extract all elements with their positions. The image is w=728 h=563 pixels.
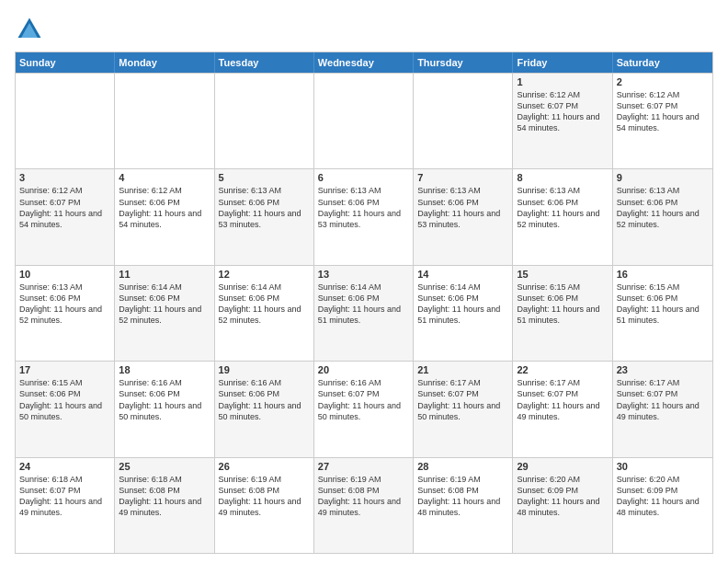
- cal-week-3: 10Sunrise: 6:13 AM Sunset: 6:06 PM Dayli…: [16, 265, 712, 361]
- cal-header-tuesday: Tuesday: [215, 52, 314, 73]
- day-number: 22: [517, 364, 608, 375]
- day-number: 28: [417, 461, 508, 472]
- day-number: 10: [19, 269, 110, 280]
- cal-cell-17: 17Sunrise: 6:15 AM Sunset: 6:06 PM Dayli…: [16, 362, 115, 456]
- day-info: Sunrise: 6:14 AM Sunset: 6:06 PM Dayligh…: [417, 282, 508, 327]
- day-number: 18: [119, 364, 210, 375]
- cal-cell-30: 30Sunrise: 6:20 AM Sunset: 6:09 PM Dayli…: [613, 458, 712, 553]
- cal-cell-16: 16Sunrise: 6:15 AM Sunset: 6:06 PM Dayli…: [613, 266, 712, 361]
- cal-cell-28: 28Sunrise: 6:19 AM Sunset: 6:08 PM Dayli…: [414, 458, 513, 553]
- day-info: Sunrise: 6:15 AM Sunset: 6:06 PM Dayligh…: [617, 282, 709, 327]
- day-info: Sunrise: 6:20 AM Sunset: 6:09 PM Dayligh…: [517, 474, 608, 519]
- day-number: 14: [417, 269, 508, 280]
- cal-cell-15: 15Sunrise: 6:15 AM Sunset: 6:06 PM Dayli…: [513, 266, 612, 361]
- cal-cell-29: 29Sunrise: 6:20 AM Sunset: 6:09 PM Dayli…: [513, 458, 612, 553]
- cal-header-friday: Friday: [513, 52, 612, 73]
- day-info: Sunrise: 6:14 AM Sunset: 6:06 PM Dayligh…: [219, 282, 310, 327]
- logo-icon: [15, 15, 44, 44]
- cal-cell-27: 27Sunrise: 6:19 AM Sunset: 6:08 PM Dayli…: [314, 458, 414, 553]
- cal-header-saturday: Saturday: [613, 52, 712, 73]
- day-info: Sunrise: 6:13 AM Sunset: 6:06 PM Dayligh…: [318, 185, 409, 230]
- cal-cell-5: 5Sunrise: 6:13 AM Sunset: 6:06 PM Daylig…: [215, 169, 314, 264]
- day-number: 2: [617, 76, 709, 87]
- cal-week-4: 17Sunrise: 6:15 AM Sunset: 6:06 PM Dayli…: [16, 361, 712, 456]
- day-info: Sunrise: 6:16 AM Sunset: 6:06 PM Dayligh…: [119, 377, 210, 422]
- day-info: Sunrise: 6:19 AM Sunset: 6:08 PM Dayligh…: [318, 474, 409, 519]
- cal-week-1: 1Sunrise: 6:12 AM Sunset: 6:07 PM Daylig…: [16, 73, 712, 168]
- day-number: 6: [318, 172, 409, 183]
- day-info: Sunrise: 6:13 AM Sunset: 6:06 PM Dayligh…: [219, 185, 310, 230]
- day-info: Sunrise: 6:12 AM Sunset: 6:07 PM Dayligh…: [617, 89, 709, 134]
- day-info: Sunrise: 6:15 AM Sunset: 6:06 PM Dayligh…: [19, 377, 110, 422]
- cal-cell-4: 4Sunrise: 6:12 AM Sunset: 6:06 PM Daylig…: [115, 169, 214, 264]
- logo: [15, 15, 48, 44]
- day-number: 25: [119, 461, 210, 472]
- cal-header-wednesday: Wednesday: [314, 52, 414, 73]
- cal-cell-9: 9Sunrise: 6:13 AM Sunset: 6:06 PM Daylig…: [613, 169, 712, 264]
- day-info: Sunrise: 6:13 AM Sunset: 6:06 PM Dayligh…: [19, 282, 110, 327]
- day-number: 15: [517, 269, 608, 280]
- day-number: 23: [617, 364, 709, 375]
- day-number: 27: [318, 461, 409, 472]
- day-number: 11: [119, 269, 210, 280]
- cal-cell-1: 1Sunrise: 6:12 AM Sunset: 6:07 PM Daylig…: [513, 74, 612, 168]
- cal-cell-24: 24Sunrise: 6:18 AM Sunset: 6:07 PM Dayli…: [16, 458, 115, 553]
- cal-cell-empty-0-1: [115, 74, 214, 168]
- cal-cell-6: 6Sunrise: 6:13 AM Sunset: 6:06 PM Daylig…: [314, 169, 414, 264]
- day-info: Sunrise: 6:19 AM Sunset: 6:08 PM Dayligh…: [219, 474, 310, 519]
- cal-cell-25: 25Sunrise: 6:18 AM Sunset: 6:08 PM Dayli…: [115, 458, 214, 553]
- day-info: Sunrise: 6:16 AM Sunset: 6:06 PM Dayligh…: [219, 377, 310, 422]
- cal-cell-21: 21Sunrise: 6:17 AM Sunset: 6:07 PM Dayli…: [414, 362, 513, 456]
- day-number: 21: [417, 364, 508, 375]
- day-info: Sunrise: 6:13 AM Sunset: 6:06 PM Dayligh…: [417, 185, 508, 230]
- cal-cell-20: 20Sunrise: 6:16 AM Sunset: 6:07 PM Dayli…: [314, 362, 414, 456]
- cal-cell-12: 12Sunrise: 6:14 AM Sunset: 6:06 PM Dayli…: [215, 266, 314, 361]
- cal-cell-14: 14Sunrise: 6:14 AM Sunset: 6:06 PM Dayli…: [414, 266, 513, 361]
- cal-cell-22: 22Sunrise: 6:17 AM Sunset: 6:07 PM Dayli…: [513, 362, 612, 456]
- day-info: Sunrise: 6:14 AM Sunset: 6:06 PM Dayligh…: [119, 282, 210, 327]
- day-info: Sunrise: 6:13 AM Sunset: 6:06 PM Dayligh…: [517, 185, 608, 230]
- day-number: 12: [219, 269, 310, 280]
- day-info: Sunrise: 6:17 AM Sunset: 6:07 PM Dayligh…: [417, 377, 508, 422]
- day-number: 7: [417, 172, 508, 183]
- day-number: 26: [219, 461, 310, 472]
- day-number: 13: [318, 269, 409, 280]
- day-number: 20: [318, 364, 409, 375]
- cal-cell-empty-0-2: [215, 74, 314, 168]
- day-number: 24: [19, 461, 110, 472]
- cal-cell-11: 11Sunrise: 6:14 AM Sunset: 6:06 PM Dayli…: [115, 266, 214, 361]
- cal-cell-empty-0-4: [414, 74, 513, 168]
- day-number: 16: [617, 269, 709, 280]
- day-number: 8: [517, 172, 608, 183]
- day-info: Sunrise: 6:17 AM Sunset: 6:07 PM Dayligh…: [517, 377, 608, 422]
- day-info: Sunrise: 6:13 AM Sunset: 6:06 PM Dayligh…: [617, 185, 709, 230]
- day-info: Sunrise: 6:15 AM Sunset: 6:06 PM Dayligh…: [517, 282, 608, 327]
- cal-cell-3: 3Sunrise: 6:12 AM Sunset: 6:07 PM Daylig…: [16, 169, 115, 264]
- calendar-header-row: SundayMondayTuesdayWednesdayThursdayFrid…: [16, 52, 712, 73]
- cal-cell-23: 23Sunrise: 6:17 AM Sunset: 6:07 PM Dayli…: [613, 362, 712, 456]
- day-number: 17: [19, 364, 110, 375]
- cal-week-5: 24Sunrise: 6:18 AM Sunset: 6:07 PM Dayli…: [16, 457, 712, 553]
- cal-cell-13: 13Sunrise: 6:14 AM Sunset: 6:06 PM Dayli…: [314, 266, 414, 361]
- day-info: Sunrise: 6:19 AM Sunset: 6:08 PM Dayligh…: [417, 474, 508, 519]
- calendar-body: 1Sunrise: 6:12 AM Sunset: 6:07 PM Daylig…: [16, 73, 712, 553]
- day-number: 1: [517, 76, 608, 87]
- day-info: Sunrise: 6:16 AM Sunset: 6:07 PM Dayligh…: [318, 377, 409, 422]
- day-info: Sunrise: 6:17 AM Sunset: 6:07 PM Dayligh…: [617, 377, 709, 422]
- day-number: 19: [219, 364, 310, 375]
- cal-header-monday: Monday: [115, 52, 214, 73]
- cal-cell-18: 18Sunrise: 6:16 AM Sunset: 6:06 PM Dayli…: [115, 362, 214, 456]
- day-info: Sunrise: 6:12 AM Sunset: 6:06 PM Dayligh…: [119, 185, 210, 230]
- day-info: Sunrise: 6:12 AM Sunset: 6:07 PM Dayligh…: [517, 89, 608, 134]
- cal-cell-empty-0-0: [16, 74, 115, 168]
- cal-cell-empty-0-3: [314, 74, 414, 168]
- day-info: Sunrise: 6:18 AM Sunset: 6:08 PM Dayligh…: [119, 474, 210, 519]
- cal-cell-2: 2Sunrise: 6:12 AM Sunset: 6:07 PM Daylig…: [613, 74, 712, 168]
- page: SundayMondayTuesdayWednesdayThursdayFrid…: [0, 0, 728, 563]
- header: [15, 15, 713, 44]
- day-number: 9: [617, 172, 709, 183]
- cal-header-sunday: Sunday: [16, 52, 115, 73]
- day-info: Sunrise: 6:18 AM Sunset: 6:07 PM Dayligh…: [19, 474, 110, 519]
- cal-cell-19: 19Sunrise: 6:16 AM Sunset: 6:06 PM Dayli…: [215, 362, 314, 456]
- cal-cell-26: 26Sunrise: 6:19 AM Sunset: 6:08 PM Dayli…: [215, 458, 314, 553]
